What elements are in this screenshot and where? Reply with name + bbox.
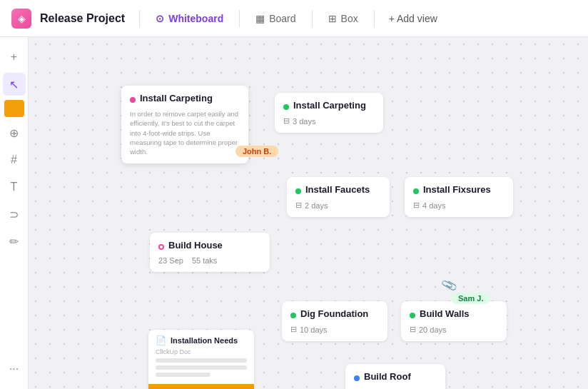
canvas[interactable]: Install Carpeting In order to remove car…	[29, 37, 588, 389]
sam-tag[interactable]: Sam J.	[451, 293, 490, 304]
nav-whiteboard-label: Whiteboard	[168, 13, 223, 24]
nav-whiteboard[interactable]: ⊙ Whiteboard	[148, 10, 230, 27]
card-meta: ⊟ 2 days	[295, 201, 381, 210]
install-carpeting-simple-card[interactable]: Install Carpeting ⊟ 3 days	[275, 93, 383, 133]
line-2	[156, 365, 247, 370]
days-icon: ⊟	[413, 201, 420, 210]
nav-box[interactable]: ⊞ Box	[321, 10, 365, 27]
card-status-dot	[283, 104, 289, 110]
install-needs-subtitle: ClickUp Doc	[148, 348, 254, 358]
project-icon: ◈	[11, 9, 31, 29]
install-needs-header: 📄 Installation Needs	[148, 330, 254, 348]
box-icon: ⊞	[328, 13, 337, 24]
installation-needs-card[interactable]: 📄 Installation Needs ClickUp Doc Install…	[148, 330, 254, 389]
card-status-dot	[130, 97, 136, 103]
card-title: Dig Foundation	[300, 308, 368, 319]
install-needs-image: Install the Carpet Tack Strips	[148, 384, 254, 389]
card-status-dot	[354, 375, 360, 381]
tool-more[interactable]: ···	[3, 358, 26, 380]
install-needs-lines	[148, 358, 254, 384]
tool-plus[interactable]: +	[3, 46, 26, 69]
header: ◈ Release Project ⊙ Whiteboard ▦ Board ⊞…	[0, 0, 588, 37]
card-title: Install Carpeting	[293, 100, 366, 111]
days-icon: ⊟	[290, 325, 297, 334]
tool-globe[interactable]: ⊕	[3, 121, 26, 144]
nav-board-label: Board	[269, 13, 295, 24]
install-fixsures-card[interactable]: Install Fixsures ⊟ 4 days	[405, 177, 513, 217]
card-meta: 23 Sep 55 taks	[158, 256, 261, 265]
add-view-button[interactable]: + Add view	[383, 10, 443, 27]
days-icon: ⊟	[283, 116, 290, 126]
doc-icon: 📄	[156, 335, 166, 345]
install-faucets-card[interactable]: Install Faucets ⊟ 2 days	[287, 177, 390, 217]
build-house-card[interactable]: Build House 23 Sep 55 taks	[150, 233, 270, 272]
card-meta: ⊟ 4 days	[413, 201, 505, 210]
card-status-dot	[158, 244, 164, 250]
card-title: Install Fixsures	[423, 184, 491, 195]
project-title: Release Project	[40, 12, 125, 25]
card-title: Build House	[168, 240, 223, 251]
tool-pen[interactable]: ✏	[3, 230, 26, 253]
tool-hash[interactable]: #	[3, 148, 26, 171]
build-roof-card[interactable]: Build Roof ⊟ 10 days	[345, 364, 445, 389]
line-1	[156, 358, 247, 363]
card-meta: ⊟ 3 days	[283, 116, 375, 126]
clip-icon: 📎	[440, 276, 458, 294]
tool-text[interactable]: T	[3, 176, 26, 198]
nav-board[interactable]: ▦ Board	[248, 10, 303, 27]
install-needs-title: Installation Needs	[171, 336, 238, 345]
john-tag[interactable]: John B.	[235, 146, 278, 157]
days-icon: ⊟	[410, 325, 416, 334]
sidebar: + ↖ ⊕ # T ⊃ ✏ ···	[0, 37, 29, 389]
card-title: Build Roof	[364, 371, 411, 382]
install-carpeting-expanded-card[interactable]: Install Carpeting In order to remove car…	[121, 86, 248, 163]
days-icon: ⊟	[295, 201, 302, 210]
add-view-label: + Add view	[389, 13, 437, 24]
dig-foundation-card[interactable]: Dig Foundation ⊟ 10 days	[282, 301, 387, 341]
tool-link[interactable]: ⊃	[3, 203, 26, 226]
nav-divider	[139, 10, 140, 27]
card-status-dot	[290, 313, 296, 318]
card-status-dot	[413, 188, 419, 194]
nav-divider-3	[312, 10, 313, 27]
build-walls-card[interactable]: Build Walls ⊟ 20 days	[401, 301, 507, 341]
card-meta: ⊟ 20 days	[410, 325, 498, 334]
whiteboard-icon: ⊙	[156, 13, 164, 24]
tool-cursor[interactable]: ↖	[3, 73, 26, 96]
nav-box-label: Box	[341, 13, 358, 24]
card-body: In order to remove carpet easily and eff…	[130, 109, 240, 156]
card-title: Build Walls	[420, 308, 470, 319]
card-status-dot	[410, 313, 415, 318]
card-title: Install Carpeting	[140, 93, 213, 103]
tool-orange[interactable]	[4, 100, 24, 117]
nav-divider-4	[374, 10, 375, 27]
board-icon: ▦	[255, 13, 265, 24]
card-status-dot	[295, 188, 301, 194]
card-title: Install Faucets	[305, 184, 370, 195]
card-meta: ⊟ 10 days	[290, 325, 379, 334]
line-3	[156, 373, 211, 377]
nav-divider-2	[239, 10, 240, 27]
